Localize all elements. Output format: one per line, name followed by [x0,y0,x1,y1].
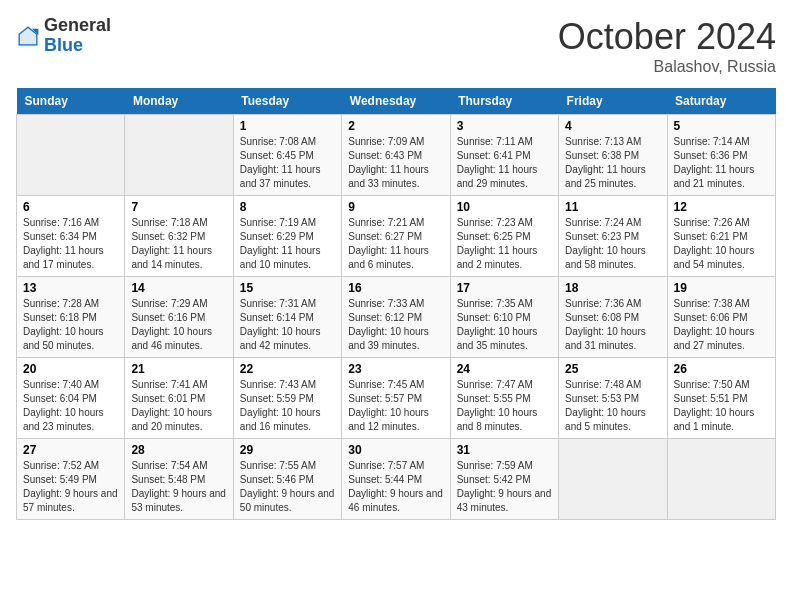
calendar-cell [125,115,233,196]
calendar-cell: 10Sunrise: 7:23 AM Sunset: 6:25 PM Dayli… [450,196,558,277]
day-number: 1 [240,119,335,133]
day-number: 14 [131,281,226,295]
calendar-week-row: 6Sunrise: 7:16 AM Sunset: 6:34 PM Daylig… [17,196,776,277]
day-info: Sunrise: 7:36 AM Sunset: 6:08 PM Dayligh… [565,297,660,353]
day-number: 29 [240,443,335,457]
day-number: 22 [240,362,335,376]
logo: General Blue [16,16,111,56]
calendar-cell: 25Sunrise: 7:48 AM Sunset: 5:53 PM Dayli… [559,358,667,439]
logo-blue-text: Blue [44,36,111,56]
day-info: Sunrise: 7:23 AM Sunset: 6:25 PM Dayligh… [457,216,552,272]
calendar-cell: 14Sunrise: 7:29 AM Sunset: 6:16 PM Dayli… [125,277,233,358]
calendar-cell: 16Sunrise: 7:33 AM Sunset: 6:12 PM Dayli… [342,277,450,358]
svg-marker-0 [18,25,39,46]
calendar-cell: 13Sunrise: 7:28 AM Sunset: 6:18 PM Dayli… [17,277,125,358]
day-info: Sunrise: 7:35 AM Sunset: 6:10 PM Dayligh… [457,297,552,353]
day-number: 7 [131,200,226,214]
day-number: 21 [131,362,226,376]
calendar-week-row: 27Sunrise: 7:52 AM Sunset: 5:49 PM Dayli… [17,439,776,520]
day-info: Sunrise: 7:40 AM Sunset: 6:04 PM Dayligh… [23,378,118,434]
calendar-table: SundayMondayTuesdayWednesdayThursdayFrid… [16,88,776,520]
calendar-cell: 17Sunrise: 7:35 AM Sunset: 6:10 PM Dayli… [450,277,558,358]
calendar-cell: 5Sunrise: 7:14 AM Sunset: 6:36 PM Daylig… [667,115,775,196]
day-info: Sunrise: 7:47 AM Sunset: 5:55 PM Dayligh… [457,378,552,434]
day-of-week-header: Sunday [17,88,125,115]
day-number: 18 [565,281,660,295]
calendar-cell: 6Sunrise: 7:16 AM Sunset: 6:34 PM Daylig… [17,196,125,277]
day-info: Sunrise: 7:59 AM Sunset: 5:42 PM Dayligh… [457,459,552,515]
day-number: 8 [240,200,335,214]
day-of-week-header: Tuesday [233,88,341,115]
calendar-cell [667,439,775,520]
day-number: 3 [457,119,552,133]
calendar-cell: 8Sunrise: 7:19 AM Sunset: 6:29 PM Daylig… [233,196,341,277]
day-number: 12 [674,200,769,214]
month-title: October 2024 [558,16,776,58]
calendar-cell: 3Sunrise: 7:11 AM Sunset: 6:41 PM Daylig… [450,115,558,196]
calendar-week-row: 1Sunrise: 7:08 AM Sunset: 6:45 PM Daylig… [17,115,776,196]
calendar-cell: 7Sunrise: 7:18 AM Sunset: 6:32 PM Daylig… [125,196,233,277]
calendar-cell: 19Sunrise: 7:38 AM Sunset: 6:06 PM Dayli… [667,277,775,358]
location-subtitle: Balashov, Russia [558,58,776,76]
calendar-week-row: 20Sunrise: 7:40 AM Sunset: 6:04 PM Dayli… [17,358,776,439]
calendar-cell: 18Sunrise: 7:36 AM Sunset: 6:08 PM Dayli… [559,277,667,358]
day-info: Sunrise: 7:09 AM Sunset: 6:43 PM Dayligh… [348,135,443,191]
calendar-cell: 11Sunrise: 7:24 AM Sunset: 6:23 PM Dayli… [559,196,667,277]
day-info: Sunrise: 7:43 AM Sunset: 5:59 PM Dayligh… [240,378,335,434]
day-of-week-header: Friday [559,88,667,115]
day-info: Sunrise: 7:38 AM Sunset: 6:06 PM Dayligh… [674,297,769,353]
day-info: Sunrise: 7:54 AM Sunset: 5:48 PM Dayligh… [131,459,226,515]
calendar-week-row: 13Sunrise: 7:28 AM Sunset: 6:18 PM Dayli… [17,277,776,358]
day-info: Sunrise: 7:45 AM Sunset: 5:57 PM Dayligh… [348,378,443,434]
day-info: Sunrise: 7:19 AM Sunset: 6:29 PM Dayligh… [240,216,335,272]
title-block: October 2024 Balashov, Russia [558,16,776,76]
calendar-cell: 12Sunrise: 7:26 AM Sunset: 6:21 PM Dayli… [667,196,775,277]
calendar-cell: 28Sunrise: 7:54 AM Sunset: 5:48 PM Dayli… [125,439,233,520]
day-info: Sunrise: 7:26 AM Sunset: 6:21 PM Dayligh… [674,216,769,272]
day-info: Sunrise: 7:55 AM Sunset: 5:46 PM Dayligh… [240,459,335,515]
day-number: 27 [23,443,118,457]
day-number: 16 [348,281,443,295]
calendar-cell: 21Sunrise: 7:41 AM Sunset: 6:01 PM Dayli… [125,358,233,439]
day-info: Sunrise: 7:50 AM Sunset: 5:51 PM Dayligh… [674,378,769,434]
day-of-week-header: Thursday [450,88,558,115]
day-number: 15 [240,281,335,295]
day-number: 30 [348,443,443,457]
calendar-cell: 23Sunrise: 7:45 AM Sunset: 5:57 PM Dayli… [342,358,450,439]
day-number: 20 [23,362,118,376]
day-info: Sunrise: 7:29 AM Sunset: 6:16 PM Dayligh… [131,297,226,353]
calendar-cell: 4Sunrise: 7:13 AM Sunset: 6:38 PM Daylig… [559,115,667,196]
calendar-cell: 29Sunrise: 7:55 AM Sunset: 5:46 PM Dayli… [233,439,341,520]
day-info: Sunrise: 7:28 AM Sunset: 6:18 PM Dayligh… [23,297,118,353]
day-number: 9 [348,200,443,214]
day-info: Sunrise: 7:18 AM Sunset: 6:32 PM Dayligh… [131,216,226,272]
calendar-header-row: SundayMondayTuesdayWednesdayThursdayFrid… [17,88,776,115]
calendar-cell: 27Sunrise: 7:52 AM Sunset: 5:49 PM Dayli… [17,439,125,520]
day-info: Sunrise: 7:41 AM Sunset: 6:01 PM Dayligh… [131,378,226,434]
day-number: 4 [565,119,660,133]
calendar-cell [559,439,667,520]
day-info: Sunrise: 7:14 AM Sunset: 6:36 PM Dayligh… [674,135,769,191]
day-of-week-header: Monday [125,88,233,115]
day-number: 24 [457,362,552,376]
day-number: 26 [674,362,769,376]
day-number: 23 [348,362,443,376]
calendar-cell: 20Sunrise: 7:40 AM Sunset: 6:04 PM Dayli… [17,358,125,439]
day-info: Sunrise: 7:21 AM Sunset: 6:27 PM Dayligh… [348,216,443,272]
day-info: Sunrise: 7:13 AM Sunset: 6:38 PM Dayligh… [565,135,660,191]
page-header: General Blue October 2024 Balashov, Russ… [16,16,776,76]
day-of-week-header: Saturday [667,88,775,115]
logo-text: General Blue [44,16,111,56]
day-of-week-header: Wednesday [342,88,450,115]
day-info: Sunrise: 7:48 AM Sunset: 5:53 PM Dayligh… [565,378,660,434]
calendar-cell: 15Sunrise: 7:31 AM Sunset: 6:14 PM Dayli… [233,277,341,358]
logo-general-text: General [44,16,111,36]
day-info: Sunrise: 7:24 AM Sunset: 6:23 PM Dayligh… [565,216,660,272]
logo-icon [16,24,40,48]
day-number: 19 [674,281,769,295]
day-number: 31 [457,443,552,457]
day-info: Sunrise: 7:57 AM Sunset: 5:44 PM Dayligh… [348,459,443,515]
day-info: Sunrise: 7:16 AM Sunset: 6:34 PM Dayligh… [23,216,118,272]
day-info: Sunrise: 7:31 AM Sunset: 6:14 PM Dayligh… [240,297,335,353]
calendar-cell [17,115,125,196]
